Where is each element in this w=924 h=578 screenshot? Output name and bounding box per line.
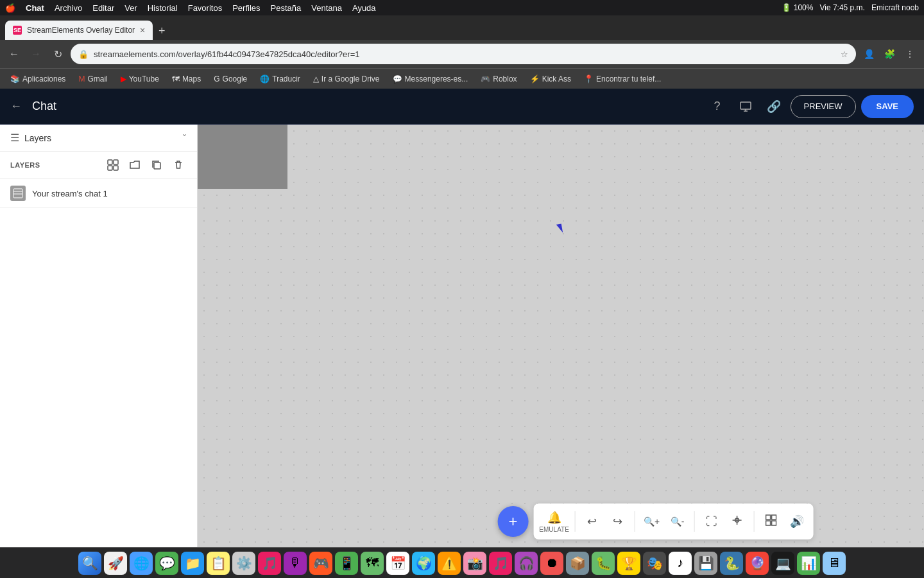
dock-terminal[interactable]: 💻 [771, 552, 794, 575]
canvas-area[interactable]: + 🔔 EMULATE ↩ ↪ [198, 125, 924, 547]
find-icon: 📍 [584, 74, 594, 83]
grid-btn[interactable] [760, 506, 783, 537]
dock-note[interactable]: ♪ [669, 552, 692, 575]
dock-box[interactable]: 📦 [566, 552, 589, 575]
dock-itunes[interactable]: 🎵 [489, 552, 512, 575]
bookmark-google[interactable]: G Google [209, 71, 252, 87]
bookmark-gmail[interactable]: M Gmail [73, 71, 112, 87]
add-element-btn[interactable]: + [498, 506, 529, 537]
divider-4 [754, 511, 755, 532]
display-btn[interactable] [734, 95, 757, 118]
zoom-in-btn[interactable]: 🔍+ [640, 506, 663, 537]
dock-finder[interactable]: 🔍 [78, 552, 101, 575]
reload-btn[interactable]: ↻ [49, 45, 67, 63]
bookmark-aplicaciones[interactable]: 📚 Aplicaciones [5, 71, 71, 87]
sound-icon: 🔊 [790, 514, 804, 529]
dock-python[interactable]: 🐍 [720, 552, 743, 575]
profile-btn[interactable]: 👤 [860, 45, 878, 63]
undo-btn[interactable]: ↩ [581, 506, 604, 537]
emulate-btn[interactable]: 🔔 EMULATE [539, 506, 570, 537]
bookmark-youtube[interactable]: ▶ YouTube [116, 71, 164, 87]
dock-game[interactable]: 🎮 [309, 552, 332, 575]
bookmark-roblox[interactable]: 🎮 Roblox [475, 71, 522, 87]
chevron-down-icon: ˅ [182, 133, 187, 143]
bookmark-maps[interactable]: 🗺 Maps [167, 71, 206, 87]
dock-calendar[interactable]: 📅 [386, 552, 409, 575]
menu-ver[interactable]: Ver [124, 3, 137, 13]
dock-gem[interactable]: 🔮 [746, 552, 769, 575]
dock-monitor[interactable]: 🖥 [823, 552, 846, 575]
app-back-btn[interactable]: ← [10, 100, 22, 113]
menu-historial[interactable]: Historial [148, 3, 178, 13]
address-bar[interactable]: 🔒 streamaelements.com/overlay/61fb44c094… [71, 44, 856, 64]
dock-disk[interactable]: 💾 [694, 552, 717, 575]
dock-earth[interactable]: 🌍 [412, 552, 435, 575]
bookmark-label: Ir a Google Drive [321, 74, 380, 83]
back-nav-btn[interactable]: ← [5, 45, 23, 63]
dock-messages[interactable]: 💬 [155, 552, 178, 575]
bookmark-label: Aplicaciones [22, 74, 65, 83]
menu-perfiles[interactable]: Perfiles [232, 3, 260, 13]
delete-layer-btn[interactable] [170, 157, 187, 173]
menu-pestana[interactable]: Pestaña [271, 3, 302, 13]
bookmark-traducir[interactable]: 🌐 Traducir [255, 71, 305, 87]
bookmark-messenger[interactable]: 💬 Messengeres-es... [388, 71, 474, 87]
dock-spreadsheet[interactable]: 📊 [797, 552, 820, 575]
chrome-menu-btn[interactable]: ⋮ [901, 45, 919, 63]
menu-ayuda[interactable]: Ayuda [352, 3, 376, 13]
menu-ventana[interactable]: Ventana [311, 3, 342, 13]
preview-button[interactable]: PREVIEW [791, 95, 856, 118]
redo-btn[interactable]: ↪ [606, 506, 629, 537]
dock-files[interactable]: 📁 [181, 552, 204, 575]
bookmark-kickass[interactable]: ⚡ Kick Ass [525, 71, 576, 87]
tab-close-btn[interactable]: × [140, 25, 145, 35]
dock-browser[interactable]: 🌐 [130, 552, 153, 575]
mac-dock: 🔍 🚀 🌐 💬 📁 📋 ⚙️ 🎵 🎙 🎮 📱 🗺 📅 🌍 ⚠️ 📸 🎵 🎧 ⏺ … [0, 547, 924, 578]
dock-trophy[interactable]: 🏆 [617, 552, 640, 575]
bookmark-drive[interactable]: △ Ir a Google Drive [308, 71, 385, 87]
layer-item[interactable]: Your stream's chat 1 [0, 179, 197, 208]
dock-settings[interactable]: ⚙️ [232, 552, 255, 575]
folder-btn[interactable] [126, 157, 143, 173]
dock-headphones[interactable]: 🎧 [515, 552, 538, 575]
copy-layer-btn[interactable] [148, 157, 165, 173]
dock-maps[interactable]: 🗺 [361, 552, 384, 575]
layer-name: Your stream's chat 1 [32, 189, 108, 198]
link-btn[interactable]: 🔗 [762, 95, 785, 118]
dock-alert[interactable]: ⚠️ [438, 552, 461, 575]
url-text: streamaelements.com/overlay/61fb44c09473… [94, 49, 359, 59]
apple-menu[interactable]: 🍎 [5, 3, 15, 13]
dock-bug[interactable]: 🐛 [592, 552, 615, 575]
dock-music[interactable]: 🎵 [258, 552, 281, 575]
zoom-out-btn[interactable]: 🔍- [666, 506, 689, 537]
active-tab[interactable]: SE StreamElements Overlay Editor × [5, 21, 153, 40]
forward-nav-btn[interactable]: → [27, 45, 45, 63]
group-layers-btn[interactable] [105, 157, 121, 173]
menu-editar[interactable]: Editar [92, 3, 114, 13]
sound-btn[interactable]: 🔊 [785, 506, 809, 537]
dock-launchpad[interactable]: 🚀 [104, 552, 127, 575]
dock-theater[interactable]: 🎭 [643, 552, 666, 575]
svg-rect-6 [114, 166, 118, 170]
fit-screen-btn[interactable]: ⛶ [700, 506, 723, 537]
save-button[interactable]: SAVE [861, 95, 914, 118]
app-title: Chat [32, 100, 696, 113]
help-btn[interactable]: ? [706, 95, 729, 118]
new-tab-btn[interactable]: + [153, 22, 171, 40]
dock-notes[interactable]: 📋 [207, 552, 230, 575]
menu-favoritos[interactable]: Favoritos [188, 3, 222, 13]
layers-section-header[interactable]: ☰ Layers ˅ [0, 125, 197, 152]
grid-icon [766, 514, 777, 529]
app-name-menu[interactable]: Chat [26, 3, 44, 13]
dock-record[interactable]: ⏺ [540, 552, 563, 575]
center-btn[interactable] [726, 506, 749, 537]
time-display: 🔋 100% Vie 7:45 p.m. Emicraft noob [782, 3, 919, 12]
star-icon[interactable]: ☆ [841, 49, 848, 59]
bookmark-encontrar[interactable]: 📍 Encontrar tu telef... [579, 71, 666, 87]
dock-phone[interactable]: 📱 [335, 552, 358, 575]
extensions-btn[interactable]: 🧩 [880, 45, 898, 63]
dock-podcast[interactable]: 🎙 [284, 552, 307, 575]
dock-photos[interactable]: 📸 [463, 552, 486, 575]
svg-rect-0 [740, 102, 751, 109]
menu-archivo[interactable]: Archivo [55, 3, 82, 13]
